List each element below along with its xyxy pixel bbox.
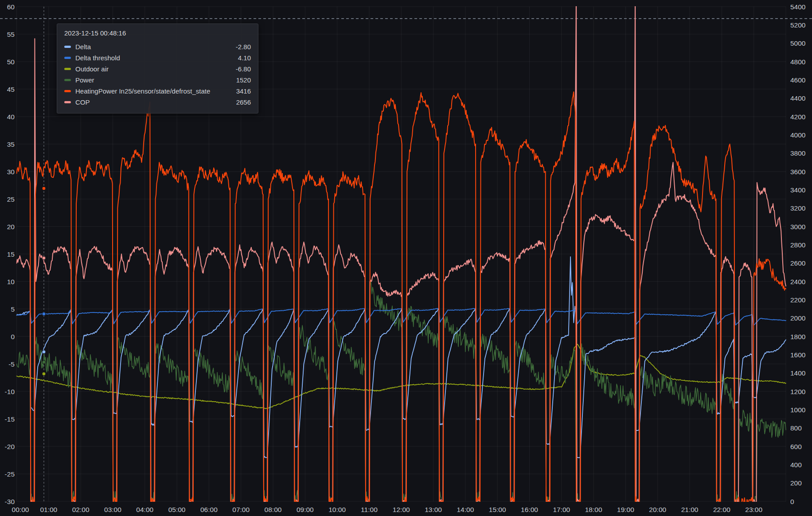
x-axis-label: 10:00	[328, 506, 346, 513]
right-axis: 5400520050004800460044004200400038003600…	[790, 3, 806, 505]
y-axis-right-label: 1200	[790, 388, 806, 395]
hover-point	[42, 187, 46, 190]
x-axis-label: 00:00	[12, 506, 29, 513]
y-axis-right-label: 2800	[790, 241, 806, 249]
series-label: COP	[75, 98, 222, 106]
series-label: Outdoor air	[75, 65, 222, 73]
y-axis-right-label: 3200	[790, 204, 806, 212]
y-axis-right-label: 0	[790, 498, 794, 505]
x-axis-label: 19:00	[617, 506, 634, 513]
x-axis-label: 17:00	[553, 506, 570, 513]
hover-point	[42, 372, 46, 375]
y-axis-right-label: 5000	[790, 39, 806, 47]
x-axis: 00:0001:0002:0003:0004:0005:0006:0007:00…	[12, 506, 763, 513]
time-series-panel: 605550454035302520151050-5-10-15-20-25-3…	[0, 0, 812, 516]
x-axis-label: 16:00	[521, 506, 538, 513]
y-axis-right-label: 3000	[790, 223, 806, 231]
series-value: -2.80	[227, 43, 251, 51]
y-axis-right-label: 800	[790, 424, 802, 432]
y-axis-left-label: 15	[7, 250, 15, 258]
y-axis-left-label: 35	[7, 141, 15, 148]
tooltip-row: HeatingPower In25/sensor/state/defrost_s…	[64, 86, 251, 97]
series-value: 2656	[227, 98, 251, 106]
series-value: 3416	[227, 87, 251, 95]
x-axis-label: 18:00	[585, 506, 602, 513]
x-axis-label: 11:00	[361, 506, 378, 513]
y-axis-right-label: 5200	[790, 21, 806, 29]
x-axis-label: 14:00	[457, 506, 474, 513]
y-axis-left-label: 60	[7, 3, 15, 11]
x-axis-label: 12:00	[393, 506, 410, 513]
x-axis-label: 22:00	[713, 506, 730, 513]
y-axis-left-label: 25	[7, 195, 15, 203]
series-color-chip	[64, 57, 71, 59]
y-axis-right-label: 1400	[790, 369, 806, 377]
x-axis-label: 21:00	[681, 506, 699, 513]
series-color-chip	[64, 90, 71, 92]
x-axis-label: 13:00	[425, 506, 442, 513]
y-axis-left-label: -20	[5, 443, 15, 450]
x-axis-label: 06:00	[200, 506, 218, 513]
x-axis-label: 09:00	[297, 506, 314, 513]
series-color-chip	[64, 79, 71, 81]
left-axis: 605550454035302520151050-5-10-15-20-25-3…	[5, 3, 15, 505]
y-axis-right-label: 2000	[790, 314, 806, 322]
tooltip-timestamp: 2023-12-15 00:48:16	[64, 29, 251, 37]
series-label: HeatingPower In25/sensor/state/defrost_s…	[75, 87, 222, 95]
y-axis-left-label: 10	[7, 278, 15, 285]
y-axis-right-label: 4000	[790, 131, 806, 139]
y-axis-right-label: 3400	[790, 186, 806, 194]
y-axis-right-label: 2200	[790, 296, 806, 304]
series-value: -6.80	[227, 65, 251, 73]
tooltip-row: Delta threshold4.10	[64, 52, 251, 63]
y-axis-right-label: 4400	[790, 94, 806, 102]
series-color-chip	[64, 46, 71, 48]
series-value: 1520	[227, 76, 251, 84]
y-axis-left-label: 45	[7, 86, 15, 93]
y-axis-left-label: 0	[11, 333, 15, 340]
series-value: 4.10	[227, 54, 251, 62]
x-axis-label: 02:00	[72, 506, 90, 513]
hover-point	[42, 350, 46, 354]
y-axis-right-label: 200	[790, 479, 802, 487]
series-color-chip	[64, 68, 71, 70]
y-axis-right-label: 2400	[790, 278, 806, 285]
y-axis-left-label: -10	[5, 388, 15, 395]
x-axis-label: 20:00	[649, 506, 666, 513]
y-axis-right-label: 5400	[790, 3, 806, 11]
y-axis-left-label: 5	[11, 305, 15, 313]
y-axis-left-label: 50	[7, 58, 15, 66]
y-axis-left-label: 55	[7, 31, 15, 38]
x-axis-label: 03:00	[104, 506, 121, 513]
y-axis-right-label: 1600	[790, 351, 806, 359]
y-axis-left-label: -25	[5, 470, 15, 478]
x-axis-label: 04:00	[136, 506, 153, 513]
y-axis-left-label: -15	[5, 415, 15, 423]
hover-point	[42, 256, 46, 260]
series-color-chip	[64, 101, 71, 103]
series-label: Power	[75, 76, 222, 84]
series-label: Delta	[75, 43, 222, 51]
tooltip-row: COP2656	[64, 97, 251, 108]
y-axis-right-label: 4600	[790, 76, 806, 84]
y-axis-right-label: 4800	[790, 58, 806, 66]
y-axis-left-label: -5	[8, 360, 15, 368]
y-axis-left-label: 30	[7, 168, 15, 176]
y-axis-right-label: 3800	[790, 149, 806, 157]
hover-point	[42, 360, 46, 364]
y-axis-right-label: 3600	[790, 168, 806, 176]
y-axis-right-label: 1800	[790, 333, 806, 340]
tooltip-row: Power1520	[64, 74, 251, 86]
tooltip-rows: Delta-2.80Delta threshold4.10Outdoor air…	[64, 41, 251, 108]
x-axis-label: 08:00	[265, 506, 282, 513]
x-axis-label: 07:00	[232, 506, 250, 513]
x-axis-label: 01:00	[40, 506, 57, 513]
tooltip-row: Outdoor air-6.80	[64, 63, 251, 74]
y-axis-left-label: 20	[7, 223, 15, 231]
y-axis-right-label: 2600	[790, 259, 806, 267]
y-axis-left-label: -30	[5, 498, 15, 505]
tooltip: 2023-12-15 00:48:16 Delta-2.80Delta thre…	[57, 23, 258, 113]
series-label: Delta threshold	[75, 54, 222, 62]
y-axis-right-label: 1000	[790, 406, 806, 414]
tooltip-row: Delta-2.80	[64, 41, 251, 52]
